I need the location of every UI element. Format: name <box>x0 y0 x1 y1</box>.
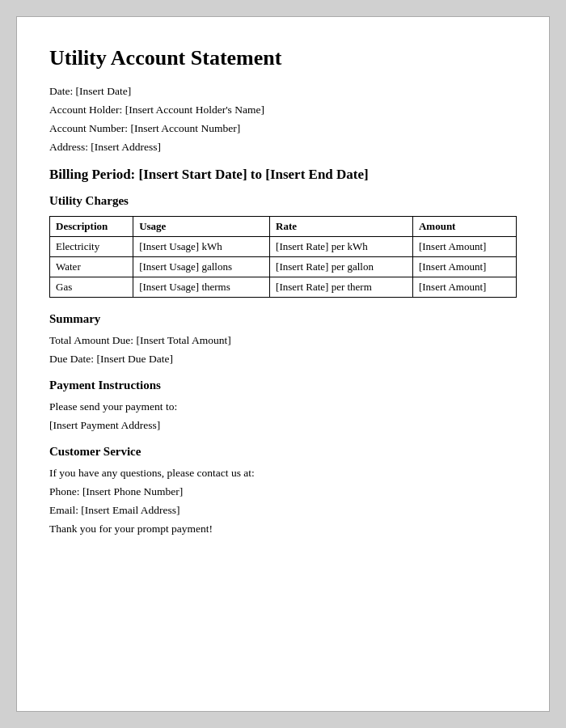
charges-table: Description Usage Rate Amount Electricit… <box>49 216 517 298</box>
thank-you-line: Thank you for your prompt payment! <box>49 523 517 535</box>
col-header-usage: Usage <box>133 217 270 237</box>
cs-phone-line: Phone: [Insert Phone Number] <box>49 485 517 498</box>
utility-charges-heading: Utility Charges <box>49 194 517 208</box>
col-header-amount: Amount <box>412 217 516 237</box>
payment-instructions-heading: Payment Instructions <box>49 379 517 392</box>
summary-section: Summary Total Amount Due: [Insert Total … <box>49 312 517 366</box>
table-cell: [Insert Rate] per therm <box>270 277 413 298</box>
table-cell: [Insert Rate] per gallon <box>270 257 413 277</box>
customer-service-heading: Customer Service <box>49 445 517 459</box>
table-cell: [Insert Amount] <box>412 277 516 298</box>
table-cell: [Insert Usage] therms <box>133 277 270 298</box>
table-cell: [Insert Usage] kWh <box>133 237 270 257</box>
col-header-rate: Rate <box>270 217 413 237</box>
table-cell: [Insert Rate] per kWh <box>270 237 413 257</box>
billing-period-label: Billing Period: [Insert Start Date] to [… <box>49 167 517 183</box>
document-container: Utility Account Statement Date: [Insert … <box>16 16 550 712</box>
table-cell: Electricity <box>50 237 133 257</box>
payment-instructions-section: Payment Instructions Please send your pa… <box>49 379 517 432</box>
account-holder-line: Account Holder: [Insert Account Holder's… <box>49 104 517 116</box>
payment-address-line: [Insert Payment Address] <box>49 419 517 432</box>
cs-intro-line: If you have any questions, please contac… <box>49 467 517 480</box>
summary-heading: Summary <box>49 312 517 326</box>
col-header-description: Description <box>50 217 133 237</box>
table-row: Gas[Insert Usage] therms[Insert Rate] pe… <box>50 277 517 298</box>
date-line: Date: [Insert Date] <box>49 85 517 98</box>
cs-email-line: Email: [Insert Email Address] <box>49 504 517 517</box>
table-row: Water[Insert Usage] gallons[Insert Rate]… <box>50 257 517 277</box>
table-cell: [Insert Amount] <box>412 237 516 257</box>
total-amount-line: Total Amount Due: [Insert Total Amount] <box>49 334 517 347</box>
customer-service-section: Customer Service If you have any questio… <box>49 445 517 535</box>
account-number-line: Account Number: [Insert Account Number] <box>49 122 517 135</box>
table-cell: [Insert Usage] gallons <box>133 257 270 277</box>
address-line: Address: [Insert Address] <box>49 141 517 154</box>
table-cell: Water <box>50 257 133 277</box>
table-cell: Gas <box>50 277 133 298</box>
document-title: Utility Account Statement <box>49 46 517 70</box>
table-cell: [Insert Amount] <box>412 257 516 277</box>
payment-intro-line: Please send your payment to: <box>49 400 517 413</box>
table-row: Electricity[Insert Usage] kWh[Insert Rat… <box>50 237 517 257</box>
due-date-line: Due Date: [Insert Due Date] <box>49 353 517 366</box>
